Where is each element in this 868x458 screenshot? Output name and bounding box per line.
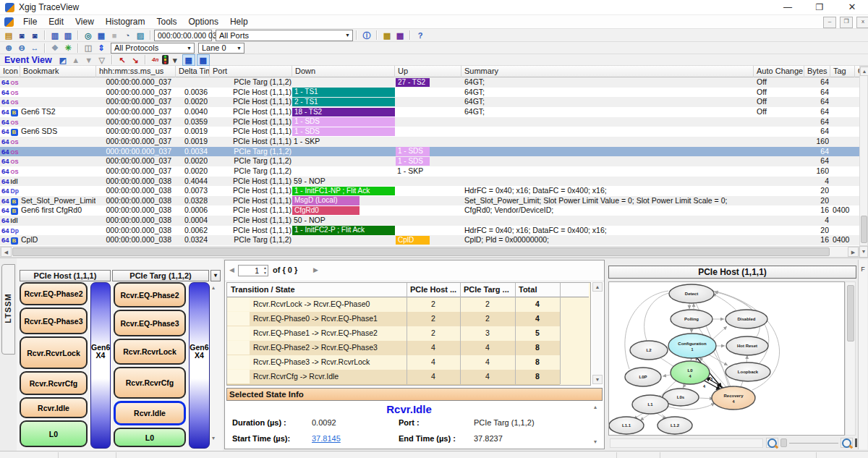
down-frame-chip[interactable]: 1 - SDS: [292, 117, 395, 126]
open-file-icon[interactable]: ▤: [3, 30, 14, 41]
down-frame-chip[interactable]: 1 - InitFC1-NP ; Flit Ack: [292, 187, 395, 195]
help-icon[interactable]: ?: [414, 30, 426, 41]
transition-table-scrollbar[interactable]: ▲ ▼: [592, 282, 603, 384]
ltssm-state-rcvr-rcvrcfg[interactable]: Rcvr.RcvrCfg: [114, 367, 186, 399]
ports-select[interactable]: All Ports ▼: [216, 30, 353, 41]
page-next-icon[interactable]: ▶: [313, 266, 318, 273]
open-trace-icon[interactable]: ◙: [16, 30, 27, 41]
down-frame-chip[interactable]: 1 - InitFC2-P ; Flit Ack: [292, 226, 395, 234]
column-header-delta-time[interactable]: Delta Time: [176, 66, 210, 77]
down-frame-chip[interactable]: CfgRd0: [292, 206, 359, 215]
state-node-l1-2[interactable]: L1.2: [658, 417, 692, 434]
protocols-dropdown-icon[interactable]: ▼: [187, 46, 192, 51]
state-node-l0p[interactable]: L0P: [625, 368, 661, 386]
ltssm-scroll-down-icon[interactable]: ▾: [212, 435, 215, 441]
menu-item-edit[interactable]: Edit: [43, 17, 69, 27]
table-row[interactable]: 64OS000:00:00.000_0370.0020PCIe Host (1,…: [0, 97, 859, 107]
mdi-minimize-button[interactable]: –: [823, 17, 836, 28]
info-scroll-down-icon[interactable]: ▾: [594, 438, 597, 445]
column-header-port[interactable]: Port: [210, 66, 292, 77]
open-recent-icon[interactable]: ◙: [29, 30, 41, 41]
table-row[interactable]: 64BGen6 first CfgRd0000:00:00.000_0380.0…: [0, 205, 859, 216]
state-node-l1[interactable]: L1: [632, 395, 668, 414]
table-row[interactable]: 64BGen6 TS2000:00:00.000_0370.0040PCIe H…: [0, 107, 859, 117]
table-row[interactable]: 64OS000:00:00.000_0370.0034PCIe Targ (1,…: [0, 147, 859, 157]
table-row[interactable]: 64BGen6 SDS000:00:00.000_0370.0019PCIe H…: [0, 127, 859, 137]
start-time-link[interactable]: 37.8145: [312, 434, 341, 443]
table-row[interactable]: 64OS000:00:00.000_0370.0019PCIe Host (1,…: [0, 137, 859, 147]
capture-icon[interactable]: ◎: [82, 30, 94, 41]
ltssm-header-dropdown-icon[interactable]: ▾: [210, 270, 221, 281]
diagram-zoom-out-button[interactable]: [766, 438, 778, 448]
page-prev-icon[interactable]: ◀: [229, 266, 234, 273]
transition-row[interactable]: Rcvr.RcvrCfg -> Rcvr.Idle448: [227, 370, 560, 385]
jump-back-icon[interactable]: ↖: [116, 55, 128, 65]
lane-dropdown-icon[interactable]: ▼: [237, 46, 242, 51]
scroll-up-icon[interactable]: ▲: [860, 67, 868, 76]
next-event-icon[interactable]: ▼: [83, 55, 95, 65]
zoom-out-icon[interactable]: ⊖: [16, 43, 27, 53]
zoom-slider-thumb[interactable]: [780, 438, 787, 447]
menu-item-file[interactable]: File: [17, 17, 43, 27]
ltssm-state-rcvr-rcvrlock[interactable]: Rcvr.RcvrLock: [114, 339, 186, 365]
column-header-hhh-mm-ss-ms-us[interactable]: hhh:mm:ss.ms_us: [96, 66, 176, 77]
column-header-icon[interactable]: Icon: [0, 66, 20, 77]
ltssm-state-rcvr-eq-phase2[interactable]: Rcvr.EQ-Phase2: [114, 282, 186, 308]
table-row[interactable]: 64OS000:00:00.000_0370.0020PCIe Targ (1,…: [0, 156, 859, 166]
protocols-select[interactable]: All Protocols ▼: [111, 43, 195, 54]
histogram-icon[interactable]: ▩: [394, 30, 406, 41]
ltssm-tab[interactable]: LTSSM: [1, 264, 15, 355]
diagram-vscrollbar[interactable]: [845, 281, 856, 436]
ltssm-state-rcvr-rcvrcfg[interactable]: Rcvr.RcvrCfg: [20, 371, 88, 395]
column-header-up[interactable]: Up: [395, 66, 461, 77]
info-icon[interactable]: ⓘ: [361, 30, 373, 41]
grid-expand-icon[interactable]: ▩: [197, 54, 210, 66]
scroll-down-icon[interactable]: ▼: [859, 246, 868, 258]
table-row[interactable]: 64Idl000:00:00.000_0380.4044PCIe Host (1…: [0, 177, 859, 187]
timer-icon[interactable]: ◔: [122, 30, 133, 41]
table-row[interactable]: 64OS000:00:00.000_037PCIe Targ (1,1,2)27…: [0, 77, 859, 88]
table-row[interactable]: 64BCplD000:00:00.000_0380.0324PCIe Targ …: [0, 235, 859, 245]
down-frame-chip[interactable]: 2 - TS1: [292, 98, 395, 106]
marker-icon[interactable]: ✳: [62, 43, 74, 53]
restore-button[interactable]: ❐: [804, 0, 835, 15]
table-row[interactable]: 64BSet_Slot_Power_Limit000:00:00.000_038…: [0, 196, 859, 206]
transitions-scroll-up-icon[interactable]: ▲: [592, 282, 603, 292]
down-frame-chip[interactable]: 18 - TS2: [292, 108, 395, 116]
ltssm-state-l0[interactable]: L0: [20, 420, 88, 447]
up-frame-chip[interactable]: 1 - SDS: [396, 157, 430, 166]
ltssm-state-rcvr-rcvrlock[interactable]: Rcvr.RcvrLock: [20, 336, 88, 369]
state-node-disabled[interactable]: Disabled: [726, 310, 767, 328]
state-node-loopback[interactable]: Loopback: [726, 362, 770, 381]
page-number-input[interactable]: 1 ▲▼: [238, 265, 268, 276]
menu-item-view[interactable]: View: [69, 17, 100, 27]
down-frame-chip[interactable]: 1 - SDS: [292, 127, 395, 136]
up-frame-chip[interactable]: CplD: [396, 236, 430, 245]
lane-select[interactable]: Lane 0 ▼: [198, 43, 244, 54]
panel-splitter-handle[interactable]: [855, 438, 857, 447]
transition-row[interactable]: Rcvr.EQ-Phase1 -> Rcvr.EQ-Phase2235: [227, 326, 560, 342]
up-frame-chip[interactable]: 27 - TS2: [396, 78, 430, 87]
table-row[interactable]: 64Dp000:00:00.000_0380.0073PCIe Host (1,…: [0, 186, 859, 196]
column-header-auto-change[interactable]: Auto Change: [754, 66, 804, 77]
close-button[interactable]: ✕: [837, 0, 867, 15]
events-map-icon[interactable]: ▩: [381, 30, 393, 41]
table-row[interactable]: 64OS000:00:00.000_0370.0020PCIe Targ (1,…: [0, 166, 859, 177]
menu-item-histogram[interactable]: Histogram: [100, 17, 151, 27]
traffic-light-icon[interactable]: [162, 55, 169, 64]
down-frame-chip[interactable]: MsgD (Local): [292, 196, 359, 205]
column-header-bytes[interactable]: Bytes: [804, 66, 830, 77]
info-scroll-up-icon[interactable]: ▴: [594, 404, 597, 410]
table-view-icon[interactable]: ▦: [95, 30, 107, 41]
table-row[interactable]: 64OS000:00:00.000_0370.0036PCIe Host (1,…: [0, 88, 859, 98]
state-node-hot-reset[interactable]: Hot Reset: [726, 336, 768, 355]
prev-event-icon[interactable]: ▲: [70, 55, 82, 65]
minimize-button[interactable]: —: [773, 0, 803, 15]
diagram-header[interactable]: PCIe Host (1,1,1): [608, 266, 856, 279]
save-icon[interactable]: ▥: [49, 30, 61, 41]
decode-rate-icon[interactable]: 4n: [150, 55, 161, 65]
select-event-icon[interactable]: ◩: [57, 55, 69, 65]
diagram-zoom-in-button[interactable]: [841, 438, 853, 448]
ltssm-state-rcvr-idle[interactable]: Rcvr.Idle: [20, 397, 88, 418]
transition-row[interactable]: Rcvr.EQ-Phase3 -> Rcvr.RcvrLock448: [227, 355, 560, 370]
